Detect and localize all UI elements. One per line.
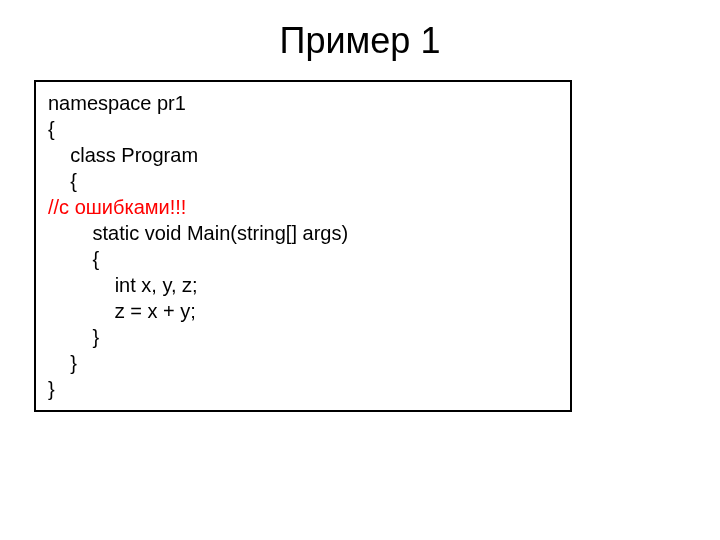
code-line: static void Main(string[] args) (48, 220, 558, 246)
code-line: z = x + y; (48, 298, 558, 324)
code-line: namespace pr1 (48, 90, 558, 116)
code-line: { (48, 246, 558, 272)
slide-title: Пример 1 (0, 0, 720, 80)
code-line: { (48, 168, 558, 194)
code-line: { (48, 116, 558, 142)
code-error-comment: //с ошибками!!! (48, 194, 558, 220)
code-line: } (48, 324, 558, 350)
code-container: namespace pr1 { class Program { //с ошиб… (34, 80, 572, 412)
code-line: } (48, 376, 558, 402)
code-line: class Program (48, 142, 558, 168)
code-line: int x, y, z; (48, 272, 558, 298)
code-line: } (48, 350, 558, 376)
